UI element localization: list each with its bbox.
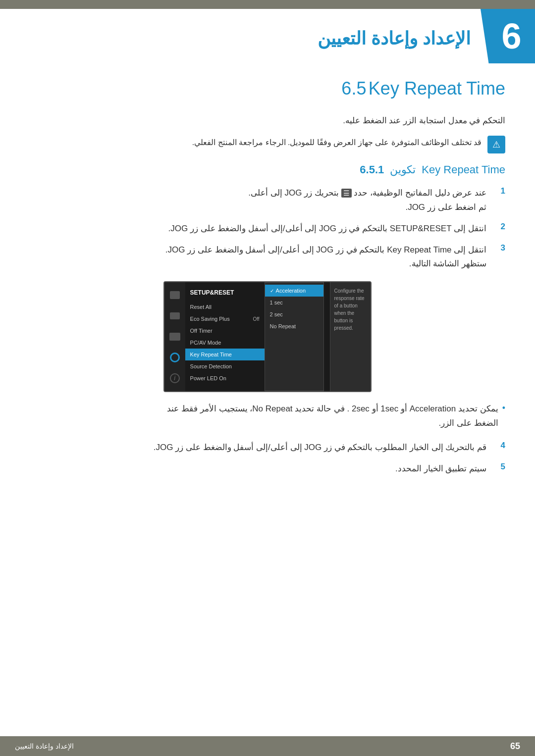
menu-item-source-detection: Source Detection xyxy=(185,360,265,372)
menu-item-eco-saving: Eco Saving Plus Off xyxy=(185,313,265,325)
step5-text: سيتم تطبيق الخيار المحدد. xyxy=(395,462,486,476)
footer-chapter-text: الإعداد وإعادة التعيين xyxy=(15,742,74,750)
step4-text: قم بالتحريك إلى الخيار المطلوب بالتحكم ف… xyxy=(154,441,486,455)
section-description: التحكم في معدل استجابة الزر عند الضغط عل… xyxy=(30,114,505,128)
subsection-name-en: Key Repeat Time xyxy=(422,163,505,176)
footer: الإعداد وإعادة التعيين 65 xyxy=(0,736,535,756)
menu-item-off-timer: Off Timer xyxy=(185,325,265,337)
step1-text-part3: ثم اضغط على زر JOG. xyxy=(405,202,486,212)
footer-page-number: 65 xyxy=(510,741,520,752)
menu-item-pcav-mode: PC/AV Mode xyxy=(185,337,265,349)
step-2: 2 انتقل إلى SETUP&RESET بالتحكم في زر JO… xyxy=(30,222,505,236)
bullet-section: • يمكن تحديد Acceleration أو 1sec أو 2se… xyxy=(30,402,505,431)
monitor-menu-left: SETUP&RESET Reset All Eco Saving Plus Of… xyxy=(185,282,265,391)
section-number: 6.5 xyxy=(341,78,366,99)
main-content: 6.5 Key Repeat Time التحكم في معدل استجا… xyxy=(0,63,535,513)
note-text: قد تختلف الوظائف المتوفرة على جهاز العرض… xyxy=(192,136,482,149)
section-name-en: Key Repeat Time xyxy=(369,78,505,99)
step-3: 3 انتقل إلى Key Repeat Time بالتحكم في ز… xyxy=(30,243,505,272)
step3-line2: ستظهر الشاشة التالية. xyxy=(409,259,486,268)
monitor-info-panel: Configure the response rate of a button … xyxy=(330,282,371,391)
steps-container: 1 عند عرض دليل المفاتيح الوظيفية، حدد ☰ … xyxy=(30,186,505,271)
submenu-item-1sec: 1 sec xyxy=(265,297,323,308)
step1-icon: ☰ xyxy=(341,189,352,198)
subsection-number: 6.5.1 xyxy=(360,163,384,176)
monitor-icon-menu xyxy=(168,288,182,302)
monitor-icon-display xyxy=(168,309,182,323)
steps-container-2: 4 قم بالتحريك إلى الخيار المطلوب بالتحكم… xyxy=(30,441,505,476)
bullet-dot: • xyxy=(502,403,505,413)
submenu-item-acceleration: Acceleration xyxy=(265,285,323,297)
menu-item-power-led: Power LED On xyxy=(185,372,265,384)
menu-item-key-repeat-time: Key Repeat Time xyxy=(185,349,265,360)
monitor-menu-header: SETUP&RESET xyxy=(185,286,265,299)
monitor-icon-monitor xyxy=(168,330,182,344)
step-4: 4 قم بالتحريك إلى الخيار المطلوب بالتحكم… xyxy=(30,441,505,455)
submenu-item-2sec: 2 sec xyxy=(265,308,323,320)
subsection-title: 6.5.1 تكوين Key Repeat Time xyxy=(30,163,505,176)
step3-line1: انتقل إلى Key Repeat Time بالتحكم في زر … xyxy=(165,245,486,254)
monitor-icon-info: i xyxy=(168,371,182,385)
chapter-number: 6 xyxy=(501,16,521,56)
monitor-submenu: Acceleration 1 sec 2 sec No Repeat xyxy=(265,282,324,391)
note-box: قد تختلف الوظائف المتوفرة على جهاز العرض… xyxy=(30,136,505,153)
menu-item-reset-all: Reset All xyxy=(185,301,265,313)
monitor-info-text: Configure the response rate of a button … xyxy=(334,287,367,332)
monitor-ui-screenshot: i SETUP&RESET Reset All Eco Saving Plus … xyxy=(163,281,372,392)
step2-text: انتقل إلى SETUP&RESET بالتحكم في زر JOG … xyxy=(168,222,487,236)
bullet-item-1: • يمكن تحديد Acceleration أو 1sec أو 2se… xyxy=(30,402,505,431)
chapter-title: الإعداد وإعادة التعيين xyxy=(318,28,471,49)
note-icon xyxy=(487,136,505,153)
monitor-left-icons: i xyxy=(164,282,185,391)
monitor-icon-gear xyxy=(168,351,182,364)
bullet-text-line2: الضغط على الزر. xyxy=(439,418,498,428)
section-title: 6.5 Key Repeat Time xyxy=(30,78,505,99)
subsection-name-ar: تكوين xyxy=(390,163,416,176)
bullet-text: يمكن تحديد Acceleration أو 1sec أو 2sec … xyxy=(167,402,498,431)
step1-text-part2: بتحريك زر JOG إلى أعلى. xyxy=(248,188,341,198)
step-1: 1 عند عرض دليل المفاتيح الوظيفية، حدد ☰ … xyxy=(30,186,505,215)
step-5: 5 سيتم تطبيق الخيار المحدد. xyxy=(30,462,505,476)
top-header-bar xyxy=(0,0,535,9)
step1-text-part1: عند عرض دليل المفاتيح الوظيفية، حدد xyxy=(352,188,486,198)
bullet-text-line1: يمكن تحديد Acceleration أو 1sec أو 2sec … xyxy=(167,404,498,413)
submenu-item-no-repeat: No Repeat xyxy=(265,320,323,332)
monitor-menu: SETUP&RESET Reset All Eco Saving Plus Of… xyxy=(185,282,330,391)
chapter-header: الإعداد وإعادة التعيين 6 xyxy=(0,9,535,63)
chapter-number-box: 6 xyxy=(481,9,535,63)
